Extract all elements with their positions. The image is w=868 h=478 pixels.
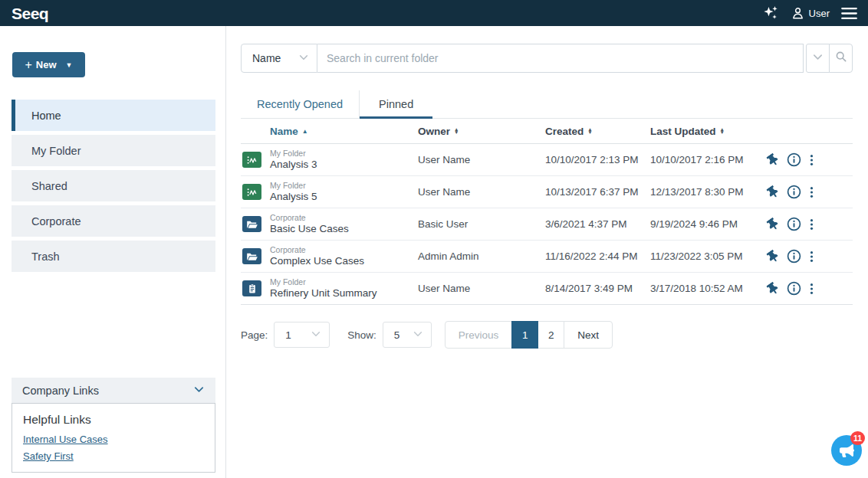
ai-sparkles-icon[interactable] bbox=[762, 5, 779, 21]
folder-icon bbox=[242, 216, 261, 232]
kebab-menu-icon[interactable] bbox=[810, 154, 814, 166]
chevron-down-icon bbox=[298, 52, 309, 65]
sidebar-item-trash[interactable]: Trash bbox=[12, 241, 215, 272]
folder-icon bbox=[242, 248, 261, 264]
table-row[interactable]: My FolderAnalysis 3 User Name 10/10/2017… bbox=[241, 144, 853, 176]
search-button[interactable] bbox=[829, 44, 853, 73]
pin-icon[interactable] bbox=[765, 152, 781, 168]
table-row[interactable]: My FolderRefinery Unit Summary User Name… bbox=[241, 273, 853, 305]
caret-down-icon[interactable]: ▼ bbox=[66, 61, 73, 69]
pinned-items-table: Name ▲ Owner ▲▼ Created ▲▼ Last Updated … bbox=[241, 119, 853, 305]
pin-icon[interactable] bbox=[765, 248, 781, 264]
sidebar-item-shared[interactable]: Shared bbox=[12, 170, 215, 201]
chevron-down-icon bbox=[413, 329, 423, 342]
info-icon[interactable] bbox=[787, 249, 801, 264]
analysis-icon bbox=[242, 152, 261, 168]
table-header-row: Name ▲ Owner ▲▼ Created ▲▼ Last Updated … bbox=[241, 119, 853, 144]
next-page-button[interactable]: Next bbox=[564, 321, 613, 349]
row-folder-label: Corporate bbox=[270, 245, 418, 255]
user-menu[interactable]: User bbox=[791, 6, 830, 21]
column-header-last-updated[interactable]: Last Updated ▲▼ bbox=[650, 126, 758, 137]
company-links-header[interactable]: Company Links bbox=[12, 378, 215, 403]
row-created: 11/16/2022 2:44 PM bbox=[545, 250, 650, 262]
seeq-logo[interactable]: Seeq bbox=[12, 5, 48, 21]
sidebar-item-corporate[interactable]: Corporate bbox=[12, 205, 215, 237]
chevron-down-icon bbox=[193, 384, 205, 398]
search-bar: Name bbox=[241, 44, 853, 73]
helpful-links-heading: Helpful Links bbox=[23, 413, 204, 427]
row-updated: 10/10/2017 2:16 PM bbox=[650, 154, 758, 165]
row-name-link[interactable]: Basic Use Cases bbox=[270, 223, 418, 236]
company-links-section: Company Links Helpful Links Internal Use… bbox=[12, 378, 215, 473]
tab-pinned[interactable]: Pinned bbox=[359, 90, 432, 118]
sidebar: + New ▼ Home My Folder Shared Corporate … bbox=[0, 26, 226, 478]
row-folder-label: My Folder bbox=[270, 277, 418, 287]
search-filter-value: Name bbox=[252, 52, 281, 64]
sidebar-item-label: Home bbox=[31, 110, 61, 122]
sort-icon: ▲▼ bbox=[454, 128, 459, 135]
search-filter-select[interactable]: Name bbox=[241, 44, 317, 73]
notifications-button[interactable]: 11 bbox=[831, 435, 862, 466]
row-updated: 3/17/2018 10:52 AM bbox=[650, 283, 758, 294]
pin-icon[interactable] bbox=[765, 280, 781, 296]
user-label: User bbox=[809, 8, 830, 19]
company-links-panel: Helpful Links Internal Use Cases Safety … bbox=[12, 403, 215, 473]
link-internal-use-cases[interactable]: Internal Use Cases bbox=[23, 434, 204, 445]
chevron-down-icon bbox=[311, 329, 321, 342]
kebab-menu-icon[interactable] bbox=[810, 283, 814, 295]
table-row[interactable]: CorporateComplex Use Cases Admin Admin 1… bbox=[241, 241, 853, 273]
row-updated: 12/13/2017 8:30 PM bbox=[650, 186, 758, 198]
table-row[interactable]: My FolderAnalysis 5 User Name 10/13/2017… bbox=[241, 176, 853, 208]
info-icon[interactable] bbox=[787, 217, 801, 231]
pin-icon[interactable] bbox=[765, 184, 781, 200]
info-icon[interactable] bbox=[787, 281, 801, 296]
table-row[interactable]: CorporateBasic Use Cases Basic User 3/6/… bbox=[241, 208, 853, 241]
hamburger-menu-icon[interactable] bbox=[841, 7, 857, 20]
notification-count-badge: 11 bbox=[850, 431, 865, 445]
page-1-button[interactable]: 1 bbox=[511, 321, 538, 349]
row-name-link[interactable]: Refinery Unit Summary bbox=[270, 287, 418, 300]
content-tabs: Recently Opened Pinned bbox=[241, 90, 853, 119]
sort-icon: ▲▼ bbox=[587, 128, 592, 135]
page-2-button[interactable]: 2 bbox=[538, 321, 564, 349]
sidebar-item-label: Shared bbox=[31, 180, 67, 192]
column-header-owner[interactable]: Owner ▲▼ bbox=[418, 126, 545, 137]
page-select[interactable]: 1 bbox=[274, 322, 330, 348]
info-icon[interactable] bbox=[787, 152, 801, 167]
show-select[interactable]: 5 bbox=[383, 322, 432, 348]
link-safety-first[interactable]: Safety First bbox=[23, 450, 204, 462]
sidebar-item-my-folder[interactable]: My Folder bbox=[12, 135, 215, 166]
row-created: 10/10/2017 2:13 PM bbox=[545, 154, 650, 165]
sort-icon: ▲▼ bbox=[720, 128, 725, 135]
row-name-link[interactable]: Analysis 5 bbox=[270, 191, 418, 204]
kebab-menu-icon[interactable] bbox=[810, 250, 814, 263]
row-owner: Basic User bbox=[418, 218, 545, 230]
row-name-link[interactable]: Complex Use Cases bbox=[270, 255, 418, 268]
search-icon bbox=[835, 51, 847, 66]
search-options-button[interactable] bbox=[806, 44, 830, 73]
topic-icon bbox=[242, 280, 261, 296]
row-name-link[interactable]: Analysis 3 bbox=[270, 159, 418, 172]
sidebar-item-home[interactable]: Home bbox=[12, 100, 215, 131]
page-button-group: Previous 1 2 Next bbox=[445, 321, 613, 349]
row-created: 8/14/2017 3:49 PM bbox=[545, 283, 650, 294]
kebab-menu-icon[interactable] bbox=[810, 218, 814, 231]
kebab-menu-icon[interactable] bbox=[810, 186, 814, 198]
column-header-created[interactable]: Created ▲▼ bbox=[545, 126, 650, 137]
previous-page-button[interactable]: Previous bbox=[445, 321, 513, 349]
new-button[interactable]: + New ▼ bbox=[12, 52, 85, 77]
pin-icon[interactable] bbox=[765, 216, 781, 232]
tab-label: Recently Opened bbox=[257, 98, 343, 110]
search-input[interactable] bbox=[317, 44, 804, 73]
row-owner: User Name bbox=[418, 186, 545, 198]
sidebar-item-label: My Folder bbox=[31, 145, 81, 157]
row-folder-label: My Folder bbox=[270, 181, 418, 191]
row-created: 3/6/2021 4:37 PM bbox=[545, 218, 650, 230]
tab-label: Pinned bbox=[379, 98, 413, 110]
main-content: Name Recently Opened Pinned Name ▲ Owner bbox=[226, 26, 868, 478]
tab-recently-opened[interactable]: Recently Opened bbox=[241, 90, 359, 118]
row-owner: User Name bbox=[418, 154, 545, 165]
info-icon[interactable] bbox=[787, 185, 801, 199]
folder-nav: Home My Folder Shared Corporate Trash bbox=[12, 100, 215, 276]
column-header-name[interactable]: Name ▲ bbox=[270, 126, 418, 137]
